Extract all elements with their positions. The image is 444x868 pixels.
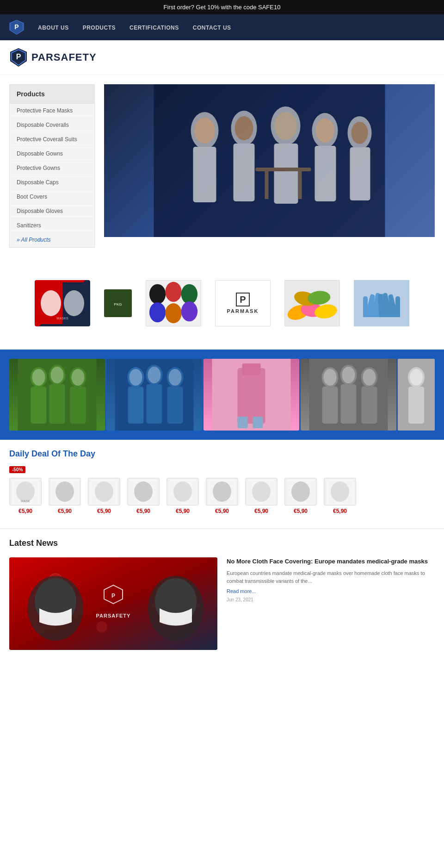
svg-rect-21 [256, 168, 311, 171]
svg-rect-7 [193, 147, 216, 202]
svg-rect-67 [242, 363, 261, 375]
parmask-text: PARMASK [227, 308, 259, 314]
nav-item-about[interactable]: ABOUT US [38, 24, 69, 31]
svg-point-106 [96, 621, 107, 632]
svg-point-54 [72, 369, 85, 386]
svg-rect-76 [362, 387, 377, 424]
deal-price-7: €5,90 [254, 508, 268, 514]
sidebar-item-boot-covers[interactable]: Boot Covers [10, 190, 94, 204]
deal-price-8: €5,90 [294, 508, 308, 514]
deal-product-2[interactable]: €5,90 [49, 478, 81, 514]
mask-pile-image [284, 280, 340, 326]
svg-point-8 [195, 118, 215, 144]
svg-rect-74 [341, 384, 357, 424]
deal-price-1: €5,90 [18, 508, 32, 514]
sidebar-item-all-products[interactable]: » All Products [10, 233, 94, 247]
latest-news-title: Latest News [9, 538, 435, 548]
svg-rect-51 [70, 387, 86, 424]
svg-rect-68 [238, 417, 248, 428]
brand-mask-pile [284, 280, 340, 326]
deal-product-img-4 [127, 478, 160, 506]
deal-product-img-2 [49, 478, 81, 506]
coverall-pink [204, 359, 299, 431]
nav-logo[interactable]: P [9, 20, 24, 35]
svg-rect-19 [350, 147, 370, 200]
deal-price-2: €5,90 [58, 508, 72, 514]
sidebar-item-protective-gowns[interactable]: Protective Gowns [10, 161, 94, 175]
logo-shield-icon: P [9, 47, 28, 68]
nav-item-certifications[interactable]: CERTIFICATIONS [130, 24, 179, 31]
small-package-image: PKG [104, 289, 132, 317]
deal-product-7[interactable]: €5,90 [245, 478, 278, 514]
brand-colored-masks [146, 280, 201, 326]
site-header: P PARSAFETY [0, 40, 444, 75]
deal-product-9[interactable]: €5,90 [324, 478, 356, 514]
svg-rect-69 [253, 417, 263, 428]
deal-badge: -50% [9, 466, 25, 473]
deal-product-4[interactable]: €5,90 [127, 478, 160, 514]
sidebar-item-disposable-gowns[interactable]: Disposable Gowns [10, 147, 94, 161]
svg-point-27 [64, 290, 84, 316]
deal-product-img-9 [324, 478, 356, 506]
svg-point-34 [181, 284, 197, 304]
deal-price-6: €5,90 [215, 508, 229, 514]
deal-product-img-3 [88, 478, 120, 506]
nav-item-contact[interactable]: CONTACT US [193, 24, 231, 31]
news-grid: P PARSAFETY No More Cloth Face Covering:… [9, 557, 435, 650]
brand-small-pkg: PKG [104, 289, 132, 317]
sidebar-item-face-masks[interactable]: Protective Face Masks [10, 104, 94, 118]
news-date: Jun 23, 2021 [227, 597, 435, 602]
brand-mask-item: MASKS [35, 280, 90, 326]
hero-section [104, 84, 435, 248]
nav-item-products[interactable]: PRODUCTS [83, 24, 116, 31]
svg-point-77 [324, 369, 337, 386]
deal-product-5[interactable]: €5,90 [166, 478, 199, 514]
deal-product-8[interactable]: €5,90 [284, 478, 317, 514]
news-article-summary: European countries mandate medical-grade… [227, 569, 435, 585]
coverall-green [9, 359, 105, 431]
parmask-logo-image: P PARMASK [215, 280, 271, 326]
svg-point-52 [32, 369, 45, 386]
svg-point-35 [149, 302, 166, 322]
svg-point-85 [16, 481, 35, 502]
svg-point-92 [134, 481, 153, 502]
sidebar-menu: Protective Face Masks Disposable Coveral… [10, 104, 94, 247]
deal-product-3[interactable]: €5,90 [88, 478, 120, 514]
svg-point-98 [252, 481, 271, 502]
sidebar-item-caps[interactable]: Disposable Caps [10, 175, 94, 190]
svg-point-36 [165, 303, 181, 323]
site-logo[interactable]: P PARSAFETY [9, 47, 435, 68]
svg-point-37 [181, 301, 197, 321]
svg-point-62 [130, 369, 142, 386]
deal-price-3: €5,90 [97, 508, 111, 514]
news-main-item[interactable]: P PARSAFETY [9, 557, 217, 650]
nav-links: ABOUT US PRODUCTS CERTIFICATIONS CONTACT… [38, 24, 231, 31]
svg-rect-72 [322, 387, 338, 424]
svg-point-64 [169, 369, 182, 386]
main-content: Products Protective Face Masks Disposabl… [0, 75, 444, 257]
deal-products-row: MASK €5,90 €5,90 €5,90 €5,90 [9, 478, 435, 514]
top-banner: First order? Get 10% with the code SAFE1… [0, 0, 444, 14]
svg-point-94 [173, 481, 192, 502]
deal-product-6[interactable]: €5,90 [206, 478, 238, 514]
parmask-p-icon: P [236, 293, 250, 306]
svg-point-26 [41, 290, 61, 316]
sidebar-item-sanitizers[interactable]: Sanitizers [10, 219, 94, 233]
sidebar-item-coverall-suits[interactable]: Protective Coverall Suits [10, 132, 94, 147]
deal-product-img-6 [206, 478, 238, 506]
svg-rect-13 [274, 144, 298, 204]
svg-point-83 [410, 369, 423, 386]
news-read-more-link[interactable]: Read more... [227, 588, 256, 594]
svg-point-63 [148, 367, 161, 383]
sidebar-title: Products [10, 85, 94, 104]
svg-text:PARSAFETY: PARSAFETY [96, 613, 131, 618]
nav-shield-icon: P [9, 20, 24, 35]
sidebar-item-coveralls[interactable]: Disposable Coveralls [10, 118, 94, 132]
sidebar: Products Protective Face Masks Disposabl… [9, 84, 95, 248]
deal-product-1[interactable]: MASK €5,90 [9, 478, 42, 514]
svg-point-78 [342, 367, 355, 383]
svg-rect-49 [49, 384, 65, 424]
mask-image: MASKS [35, 280, 90, 326]
sidebar-item-gloves[interactable]: Disposable Gloves [10, 204, 94, 219]
gloves-image [354, 280, 409, 326]
